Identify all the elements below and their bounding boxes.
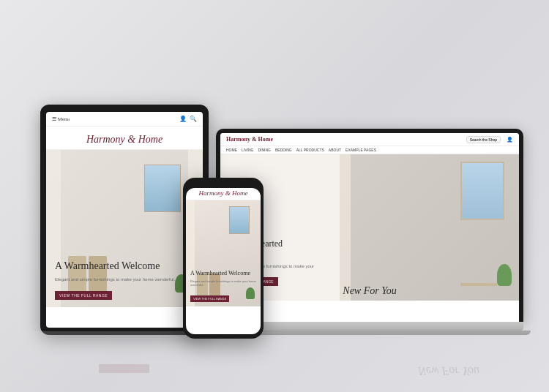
reflection-tablet-btn: VIEW THE FULL RANGE [99,364,149,373]
tablet-menu-icon: ☰ Menu [52,116,70,122]
phone-hero-content: A Warmhearted Welcome Elegant and simple… [190,270,256,303]
phone-cta-button[interactable]: VIEW THE FULL RANGE [190,295,229,302]
phone-device: Harmony & Home A Warmhearted Welcome [183,178,264,339]
tablet-website: ☰ Menu 👤 🔍 Harmony & Home [46,112,203,328]
laptop-website: Harmony & Home Search the Shop 👤 HOME LI… [220,133,519,322]
tablet-hero-content: A Warmhearted Welcome Elegant and simple… [55,260,194,300]
phone-window [229,206,250,234]
laptop-search-area: Search the Shop [279,137,501,142]
laptop-menu-bedding: BEDDING [275,148,292,152]
tablet-cta-button[interactable]: VIEW THE FULL RANGE [55,291,112,300]
laptop-new-for-you: New For You [220,285,519,297]
phone-hero-subtext: Elegant and simple furnishings to make y… [190,279,256,287]
tablet-logo: Harmony & Home [50,134,199,146]
reflection-new-for-you: New For You [418,364,479,377]
phone-logo: Harmony & Home [190,189,257,197]
phone-website: Harmony & Home A Warmhearted Welcome [186,188,261,328]
tablet-icon-group: 👤 🔍 [179,116,197,122]
laptop-curtain-left [340,154,351,301]
tablet-search-icon: 🔍 [190,116,197,122]
tablet-hero-heading: A Warmhearted Welcome [55,260,194,273]
phone-frame: Harmony & Home A Warmhearted Welcome [183,178,264,339]
tablet-logo-bar: Harmony & Home [46,127,203,150]
tablet-topbar: ☰ Menu 👤 🔍 [46,112,203,127]
laptop-menu-all: ALL PRODUCTS [296,148,324,152]
laptop-menu-home: HOME [226,148,237,152]
tablet-hero-subtext: Elegant and simple furnishings to make y… [55,276,194,282]
tablet-screen: ☰ Menu 👤 🔍 Harmony & Home [46,112,203,328]
laptop-room-plant [497,264,512,286]
laptop-menu-about: ABOUT [329,148,341,152]
laptop-screen: Harmony & Home Search the Shop 👤 HOME LI… [220,133,519,322]
reflection-overlay [11,331,538,379]
laptop-menu-examples: EXAMPLE PAGES [346,148,376,152]
phone-notch [211,182,236,188]
phone-screen: Harmony & Home A Warmhearted Welcome [186,188,261,334]
laptop-menu-living: LIVING [242,148,253,152]
laptop-search-box: Search the Shop [466,136,501,143]
laptop-hero: A WarmheartedWelcome Elegant and simple … [220,154,519,301]
laptop-menu-bar: HOME LIVING DINING BEDDING ALL PRODUCTS … [220,146,519,154]
laptop-hero-image [340,154,519,301]
phone-logo-bar: Harmony & Home [186,188,261,200]
laptop-logo: Harmony & Home [226,136,273,143]
tablet-room-window [144,165,181,212]
laptop-nav: Harmony & Home Search the Shop 👤 [220,133,519,146]
laptop-room-window [460,162,504,220]
laptop-user-icon: 👤 [507,137,513,143]
tablet-user-icon: 👤 [179,116,187,122]
tablet-hero: A Warmhearted Welcome Elegant and simple… [46,150,203,307]
phone-hero: A Warmhearted Welcome Elegant and simple… [186,200,261,306]
laptop-menu-dining: DINING [258,148,271,152]
phone-hero-heading: A Warmhearted Welcome [190,270,256,277]
scene: Harmony & Home Search the Shop 👤 HOME LI… [11,13,538,379]
